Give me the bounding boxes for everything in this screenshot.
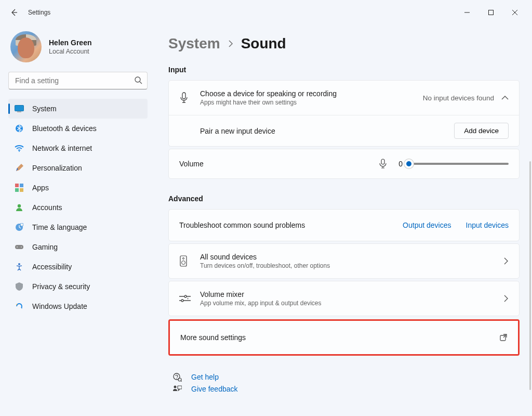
close-button[interactable] [503,4,527,21]
sidebar-item-gaming[interactable]: Gaming [8,237,148,257]
troubleshoot-title: Troubleshoot common sound problems [179,221,305,229]
minimize-button[interactable] [455,4,479,21]
svg-point-5 [19,151,20,152]
microphone-icon [379,159,387,169]
svg-rect-0 [489,10,494,15]
sidebar-item-update[interactable]: Windows Update [8,296,148,316]
sidebar-item-label: Time & language [32,223,87,231]
maximize-icon [488,10,494,15]
volume-mixer-row[interactable]: Volume mixer App volume mix, app input &… [168,281,520,316]
sidebar-item-apps[interactable]: Apps [8,178,148,198]
get-help-link[interactable]: Get help [191,373,219,381]
chevron-right-icon [503,295,509,302]
sidebar: Helen Green Local Account System Bluetoo… [0,25,156,416]
nav: System Bluetooth & devices Network & int… [8,99,148,316]
pair-device-title: Pair a new input device [200,127,454,135]
output-devices-link[interactable]: Output devices [403,221,451,229]
sidebar-item-privacy[interactable]: Privacy & security [8,277,148,296]
sidebar-item-label: Personalization [32,164,82,172]
chevron-right-icon [228,40,234,47]
section-heading-input: Input [168,66,520,74]
add-device-button[interactable]: Add device [454,123,509,139]
speaker-device-icon [179,255,200,267]
window-controls [455,4,527,21]
update-icon [15,302,24,311]
all-sound-devices-row[interactable]: All sound devices Turn devices on/off, t… [168,243,520,279]
window-title: Settings [28,9,50,16]
avatar [10,31,42,62]
svg-point-20 [183,258,184,259]
sidebar-item-label: Network & internet [32,144,92,152]
svg-point-16 [18,263,20,265]
breadcrumb-parent[interactable]: System [168,35,220,52]
input-device-card: Choose a device for speaking or recordin… [168,80,520,147]
sidebar-item-personalization[interactable]: Personalization [8,158,148,178]
profile-name: Helen Green [49,38,91,47]
svg-point-26 [176,378,177,379]
close-icon [512,10,517,15]
more-sound-settings-highlighted: More sound settings [168,319,520,356]
profile-block[interactable]: Helen Green Local Account [10,31,148,62]
troubleshoot-card: Troubleshoot common sound problems Outpu… [168,209,520,241]
svg-point-21 [182,261,185,265]
sidebar-item-label: Apps [32,184,49,192]
input-status: No input devices found [423,94,494,102]
sidebar-item-label: Accessibility [32,263,72,271]
svg-point-12 [20,223,23,226]
svg-rect-9 [20,188,23,192]
sidebar-item-bluetooth[interactable]: Bluetooth & devices [8,119,148,138]
volume-value: 0 [393,160,403,168]
svg-point-23 [181,300,183,302]
back-button[interactable] [5,4,23,21]
choose-device-row[interactable]: Choose a device for speaking or recordin… [169,81,519,115]
paint-icon [15,163,24,173]
svg-rect-18 [381,159,384,164]
content-area: System Sound Input Choose a device for s… [156,25,532,416]
wifi-icon [15,144,24,153]
chevron-right-icon [503,257,509,265]
sidebar-item-time[interactable]: Time & language [8,217,148,237]
svg-rect-17 [182,93,185,99]
more-sound-settings-row[interactable]: More sound settings [170,321,518,354]
sidebar-item-network[interactable]: Network & internet [8,138,148,158]
sidebar-item-label: Gaming [32,243,58,251]
search-icon [134,76,142,84]
bluetooth-icon [15,124,24,133]
volume-slider[interactable] [409,163,509,165]
svg-point-15 [21,246,22,248]
open-external-icon [499,333,508,342]
breadcrumb-current: Sound [241,35,286,52]
sidebar-item-accounts[interactable]: Accounts [8,198,148,217]
svg-rect-13 [15,245,23,249]
more-sound-title: More sound settings [180,333,246,342]
slider-thumb[interactable] [404,159,414,168]
sidebar-item-system[interactable]: System [8,99,148,119]
feedback-icon [172,385,183,393]
chevron-up-icon [501,95,509,100]
profile-type: Local Account [49,48,91,55]
choose-device-title: Choose a device for speaking or recordin… [200,89,423,98]
display-icon [15,104,24,113]
minimize-icon [464,10,470,15]
svg-rect-7 [20,184,23,187]
breadcrumb: System Sound [168,35,520,52]
feedback-link[interactable]: Give feedback [191,385,238,393]
search-input[interactable] [8,72,148,89]
maximize-button[interactable] [479,4,503,21]
get-help-row[interactable]: Get help [172,372,520,382]
all-devices-title: All sound devices [200,253,503,261]
sidebar-item-accessibility[interactable]: Accessibility [8,257,148,277]
volume-card: Volume 0 [168,149,520,179]
choose-device-sub: Apps might have their own settings [200,99,423,106]
help-icon [172,372,183,382]
scrollbar[interactable] [529,161,531,390]
clock-icon [15,223,24,232]
svg-point-22 [184,295,187,297]
give-feedback-row[interactable]: Give feedback [172,385,520,393]
input-devices-link[interactable]: Input devices [466,221,509,229]
all-devices-sub: Turn devices on/off, troubleshoot, other… [200,262,503,269]
mixer-sub: App volume mix, app input & output devic… [200,300,503,307]
sidebar-item-label: Bluetooth & devices [32,124,97,133]
mixer-icon [179,294,200,303]
svg-point-14 [17,246,18,248]
